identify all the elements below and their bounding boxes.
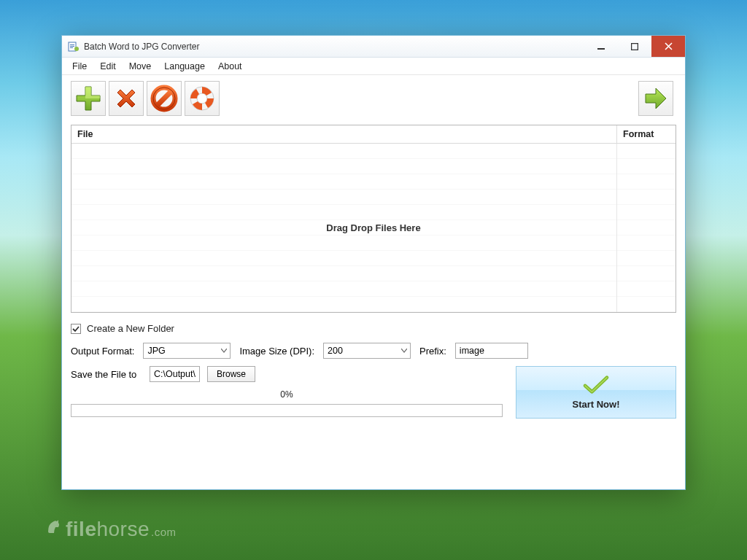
start-button-label: Start Now! bbox=[573, 399, 620, 410]
minimize-button[interactable] bbox=[584, 36, 618, 57]
menu-language[interactable]: Language bbox=[164, 61, 205, 71]
checkmark-icon bbox=[582, 375, 610, 397]
window-title: Batch Word to JPG Converter bbox=[84, 42, 584, 52]
progress-label: 0% bbox=[280, 389, 293, 400]
plus-icon bbox=[74, 84, 103, 113]
start-button[interactable]: Start Now! bbox=[516, 366, 676, 419]
toolbar bbox=[62, 75, 685, 120]
x-icon bbox=[112, 84, 141, 113]
svg-point-4 bbox=[74, 47, 79, 51]
svg-rect-2 bbox=[70, 46, 74, 47]
svg-rect-5 bbox=[597, 48, 605, 50]
create-folder-row: Create a New Folder bbox=[71, 323, 676, 334]
prefix-value: image bbox=[460, 346, 484, 356]
watermark-bold: file bbox=[66, 518, 96, 541]
save-to-label: Save the File to bbox=[71, 369, 142, 380]
prefix-input[interactable]: image bbox=[455, 343, 528, 359]
remove-button[interactable] bbox=[109, 81, 144, 116]
svg-rect-3 bbox=[70, 47, 73, 48]
options-panel: Create a New Folder Output Format: JPG I… bbox=[71, 313, 676, 419]
chevron-down-icon bbox=[401, 349, 407, 353]
titlebar: Batch Word to JPG Converter bbox=[62, 36, 685, 58]
check-icon bbox=[71, 324, 80, 333]
maximize-button[interactable] bbox=[618, 36, 651, 57]
lifebuoy-icon bbox=[187, 84, 217, 113]
table-body[interactable]: Drag Drop Files Here bbox=[71, 144, 676, 312]
window-controls bbox=[584, 36, 685, 57]
save-path-value: C:\Output\ bbox=[154, 369, 196, 379]
column-header-format[interactable]: Format bbox=[617, 125, 676, 143]
horse-icon bbox=[44, 517, 63, 536]
close-button[interactable] bbox=[651, 36, 685, 57]
prefix-label: Prefix: bbox=[419, 346, 446, 357]
dpi-select[interactable]: 200 bbox=[323, 343, 411, 359]
watermark: filehorse.com bbox=[44, 517, 177, 541]
browse-button[interactable]: Browse bbox=[207, 366, 255, 382]
arrow-right-icon bbox=[641, 84, 670, 113]
table-header: File Format bbox=[71, 125, 676, 144]
create-folder-checkbox[interactable] bbox=[71, 324, 81, 334]
create-folder-label: Create a New Folder bbox=[87, 323, 174, 334]
save-path-row: Save the File to C:\Output\ Browse bbox=[71, 366, 503, 382]
progress-area: 0% bbox=[71, 389, 503, 417]
dpi-value: 200 bbox=[328, 346, 343, 356]
svg-rect-6 bbox=[632, 43, 638, 50]
output-format-select[interactable]: JPG bbox=[143, 343, 231, 359]
svg-point-11 bbox=[197, 93, 207, 104]
output-format-label: Output Format: bbox=[71, 346, 134, 357]
next-button[interactable] bbox=[638, 81, 673, 116]
svg-line-8 bbox=[157, 91, 171, 106]
menu-move[interactable]: Move bbox=[129, 61, 152, 71]
no-entry-icon bbox=[150, 84, 179, 113]
add-button[interactable] bbox=[71, 81, 106, 116]
content-area: File Format Drag Drop Files Here Create … bbox=[62, 120, 685, 489]
format-row: Output Format: JPG Image Size (DPI): 200… bbox=[71, 343, 676, 359]
app-window: Batch Word to JPG Converter File Edit Mo… bbox=[61, 35, 686, 490]
help-button[interactable] bbox=[185, 81, 220, 116]
file-table[interactable]: File Format Drag Drop Files Here bbox=[71, 125, 676, 313]
app-icon bbox=[68, 41, 80, 52]
menu-file[interactable]: File bbox=[72, 61, 87, 71]
column-header-file[interactable]: File bbox=[71, 125, 617, 143]
output-format-value: JPG bbox=[147, 346, 165, 356]
progress-bar bbox=[71, 404, 503, 417]
watermark-rest: horse bbox=[96, 518, 150, 541]
svg-rect-1 bbox=[70, 44, 74, 45]
menu-edit[interactable]: Edit bbox=[100, 61, 116, 71]
save-path-input[interactable]: C:\Output\ bbox=[150, 366, 200, 382]
chevron-down-icon bbox=[221, 349, 227, 353]
clear-button[interactable] bbox=[147, 81, 182, 116]
menu-about[interactable]: About bbox=[218, 61, 242, 71]
dpi-label: Image Size (DPI): bbox=[239, 346, 314, 357]
menubar: File Edit Move Language About bbox=[62, 58, 685, 75]
watermark-tld: .com bbox=[151, 526, 177, 538]
drag-drop-message: Drag Drop Files Here bbox=[326, 222, 420, 233]
